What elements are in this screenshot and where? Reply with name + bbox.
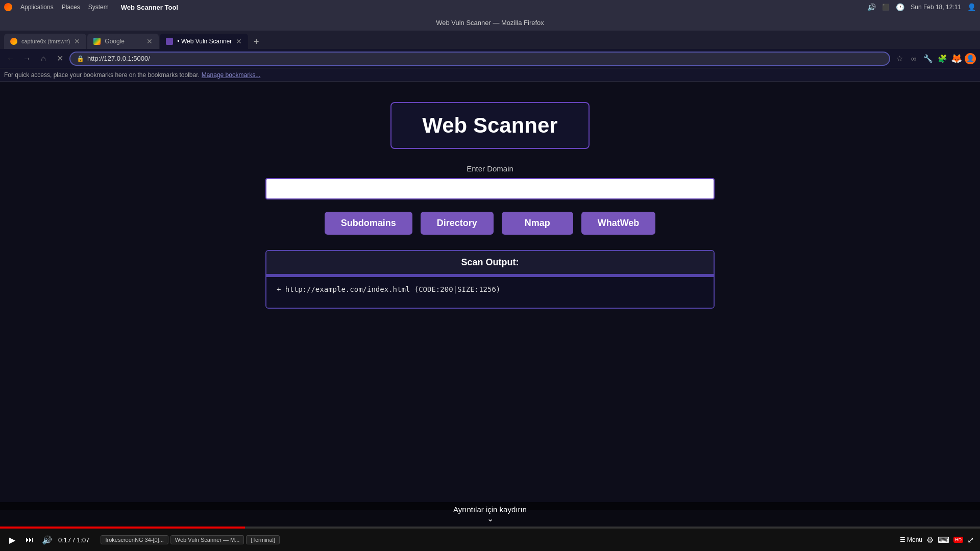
video-controls: ▶ ⏭ 🔊 0:17 / 1:07 frokescreenNG 34-[0]..… [0, 527, 980, 551]
bookmarks-bar: For quick access, place your bookmarks h… [0, 68, 980, 82]
os-circle-icon [4, 3, 12, 11]
tab-close-google[interactable]: ✕ [146, 37, 153, 45]
mute-button[interactable]: 🔊 [41, 534, 53, 546]
scanner-title: Web Scanner [422, 113, 557, 138]
nav-right-icons: ☆ ∞ 🔧 🧩 🦊 👤 [893, 53, 976, 65]
taskbar-item-1[interactable]: Web Vuln Scanner — M... [170, 535, 244, 544]
system-menu[interactable]: System [88, 4, 109, 11]
settings-icon[interactable]: ⚙ [926, 535, 934, 545]
video-time: 0:17 / 1:07 [58, 536, 89, 544]
browser-titlebar: Web Vuln Scanner — Mozilla Firefox [0, 14, 980, 31]
play-button[interactable]: ▶ [6, 534, 18, 546]
volume-icon[interactable]: 🔊 [867, 3, 876, 11]
output-content: + http://example.com/index.html (CODE:20… [266, 277, 714, 308]
keyboard-icon[interactable]: ⌨ [938, 535, 949, 545]
stop-button[interactable]: ✕ [53, 52, 66, 65]
video-controls-bar: ▶ ⏭ 🔊 0:17 / 1:07 frokescreenNG 34-[0]..… [0, 529, 980, 551]
output-box: Scan Output: + http://example.com/index.… [265, 250, 715, 309]
expand-icon[interactable]: ⤢ [967, 535, 974, 545]
tab-vuln-scanner[interactable]: • Web Vuln Scanner ✕ [160, 34, 248, 49]
tab-google[interactable]: Google ✕ [87, 34, 159, 49]
domain-input[interactable] [265, 178, 715, 199]
tab-favicon-vuln [166, 38, 173, 45]
bookmarks-text: For quick access, place your bookmarks h… [4, 71, 200, 79]
forward-button[interactable]: → [20, 52, 34, 65]
taskbar-items: frokescreenNG 34-[0]... Web Vuln Scanner… [101, 535, 280, 544]
video-progress[interactable] [0, 527, 980, 529]
tab-label-capture0x: capture0x (tmrswrr) [21, 38, 70, 44]
scanner-title-box: Web Scanner [390, 102, 589, 149]
tab-close-capture0x[interactable]: ✕ [74, 37, 80, 45]
taskbar-item-0[interactable]: frokescreenNG 34-[0]... [101, 535, 168, 544]
manage-bookmarks-link[interactable]: Manage bookmarks... [202, 71, 260, 79]
video-progress-fill [0, 527, 245, 529]
os-topbar-right: 🔊 ⬛ 🕐 Sun Feb 18, 12:11 👤 [867, 3, 976, 11]
browser-navbar: ← → ⌂ ✕ 🔒 http://127.0.0.1:5000/ ☆ ∞ 🔧 🧩… [0, 49, 980, 68]
hd-badge: HD [953, 537, 963, 543]
network-icon: ⬛ [882, 4, 890, 11]
directory-button[interactable]: Directory [421, 212, 494, 235]
places-menu[interactable]: Places [62, 4, 80, 11]
dev-tools-icon[interactable]: 🔧 [922, 53, 934, 65]
window-title: Web Vuln Scanner — Mozilla Firefox [436, 19, 544, 27]
os-topbar-left: Applications Places System Web Scanner T… [4, 3, 178, 11]
nmap-button[interactable]: Nmap [502, 212, 573, 235]
skip-forward-button[interactable]: ⏭ [23, 534, 36, 546]
output-header: Scan Output: [266, 251, 714, 275]
vc-right-icons: ☰ Menu ⚙ ⌨ HD ⤢ [900, 535, 974, 545]
menu-label: ☰ Menu [900, 536, 922, 543]
tab-favicon-capture0x [10, 38, 17, 45]
datetime-label: Sun Feb 18, 12:11 [911, 4, 961, 11]
taskbar-item-2[interactable]: [Terminal] [246, 535, 280, 544]
back-button[interactable]: ← [4, 52, 17, 65]
browser-window: Web Vuln Scanner — Mozilla Firefox captu… [0, 14, 980, 510]
lock-icon: 🔒 [77, 55, 84, 62]
video-time-current: 0:17 [58, 536, 71, 544]
clock-icon: 🕐 [896, 3, 904, 11]
scan-buttons-row: Subdomains Directory Nmap WhatWeb [325, 212, 656, 235]
enter-domain-label: Enter Domain [467, 164, 513, 173]
profile-icon[interactable]: 👤 [965, 53, 976, 64]
page-content: Web Scanner Enter Domain Subdomains Dire… [0, 82, 980, 510]
tab-favicon-google [93, 38, 101, 45]
app-title: Web Scanner Tool [121, 4, 178, 11]
container-icon[interactable]: ∞ [908, 53, 920, 65]
url-text: http://127.0.0.1:5000/ [87, 55, 150, 62]
applications-menu[interactable]: Applications [20, 4, 54, 11]
firefox-icon[interactable]: 🦊 [950, 53, 963, 65]
tab-label-vuln: • Web Vuln Scanner [177, 38, 232, 45]
user-icon: 👤 [967, 3, 976, 11]
browser-tabs: capture0x (tmrswrr) ✕ Google ✕ • Web Vul… [0, 31, 980, 49]
whatweb-button[interactable]: WhatWeb [581, 212, 656, 235]
tab-capture0x[interactable]: capture0x (tmrswrr) ✕ [4, 34, 86, 49]
url-bar[interactable]: 🔒 http://127.0.0.1:5000/ [69, 52, 890, 66]
os-topbar: Applications Places System Web Scanner T… [0, 0, 980, 14]
video-time-total: 1:07 [77, 536, 89, 544]
subdomains-button[interactable]: Subdomains [325, 212, 412, 235]
home-button[interactable]: ⌂ [37, 52, 50, 65]
tab-label-google: Google [105, 38, 125, 45]
caption-arrow-down: ⌄ [3, 514, 977, 523]
extensions-icon[interactable]: 🧩 [936, 53, 948, 65]
tab-close-vuln[interactable]: ✕ [236, 37, 242, 45]
new-tab-button[interactable]: + [249, 35, 263, 49]
bookmark-star-icon[interactable]: ☆ [893, 53, 905, 65]
